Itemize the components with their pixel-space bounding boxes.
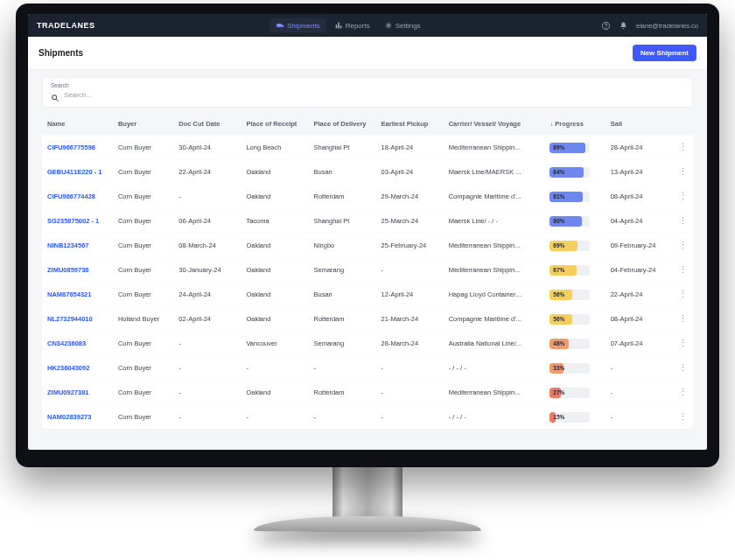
cell-carrier: Mediterranean Shippin... [444,234,545,258]
row-actions-menu[interactable]: ⋮ [673,258,693,283]
new-shipment-button[interactable]: New Shipment [633,45,696,61]
shipment-link[interactable]: ZIMU0859736 [47,266,89,274]
nav-shipments[interactable]: Shipments [270,18,326,32]
cell-buyer: Holland Buyer [113,307,173,332]
progress-bar: 89% [550,143,590,153]
table-row: CIFU966775598Corn Buyer30-April-24Long B… [42,136,693,160]
row-actions-menu[interactable]: ⋮ [673,136,693,160]
nav-settings[interactable]: Settings [378,18,427,32]
shipment-link[interactable]: NL2732944010 [47,315,93,323]
row-actions-menu[interactable]: ⋮ [673,381,693,405]
nav-reports[interactable]: Reports [328,18,376,32]
cell-carrier: Australia National Line/... [444,332,545,356]
cell-doc-cut: 30-April-24 [173,136,241,160]
cell-receipt: Oakland [241,185,308,209]
col-carrier[interactable]: Carrier/ Vessel/ Voyage [444,113,545,136]
reports-icon [334,21,343,30]
progress-value: 67% [553,265,564,276]
cell-receipt: Tacoma [241,209,308,234]
row-actions-menu[interactable]: ⋮ [673,405,693,430]
col-name[interactable]: Name [42,113,113,136]
shipment-link[interactable]: NAM02839273 [47,413,91,421]
row-actions-menu[interactable]: ⋮ [673,234,693,258]
table-header-row: Name Buyer Doc Cut Date Place of Receipt… [42,113,693,136]
svg-point-6 [606,27,606,28]
cell-progress: 15% [544,405,605,430]
cell-delivery: Ningbo [309,234,376,258]
row-actions-menu[interactable]: ⋮ [673,332,693,356]
cell-name: ZIMU0927381 [42,381,113,405]
cell-name: CIFU966775598 [42,136,113,160]
cell-delivery: Rotterdam [309,185,376,209]
svg-line-8 [56,99,59,102]
nav-center: Shipments Reports Settings [270,18,427,32]
table-row: ZIMU0859736Corn Buyer30-January-24Oaklan… [42,258,693,283]
monitor-stand-neck [332,464,402,518]
shipment-link[interactable]: ZIMU0927381 [47,388,89,396]
row-actions-menu[interactable]: ⋮ [673,307,693,332]
col-delivery[interactable]: Place of Delivery [309,113,376,136]
shipment-link[interactable]: GEBU411E220 - 1 [47,168,102,176]
cell-sail: 22-April-24 [606,283,673,307]
search-label: Search [51,82,684,88]
cell-delivery: Semarang [309,332,376,356]
help-icon[interactable] [601,21,610,30]
cell-buyer: Corn Buyer [113,283,173,307]
col-sail[interactable]: Sail [606,113,673,136]
nav-shipments-label: Shipments [287,22,320,30]
row-actions-menu[interactable]: ⋮ [673,160,693,185]
cell-pickup: - [376,381,444,405]
shipment-link[interactable]: CN34236083 [47,340,86,347]
progress-bar: 84% [550,167,590,178]
cell-receipt: Vancouver [241,332,308,356]
cell-name: SG235875002 - 1 [42,209,113,234]
table-row: NL2732944010Holland Buyer02-April-24Oakl… [42,307,693,332]
nav-right: elane@tradelanes.co [601,21,698,30]
cell-buyer: Corn Buyer [113,234,173,258]
cell-sail: 08-April-24 [606,185,673,209]
cell-pickup: - [376,356,444,381]
cell-progress: 89% [544,136,605,160]
cell-carrier: Mediterranean Shippin... [444,136,545,160]
shipment-link[interactable]: CIFU966775598 [47,144,95,151]
cell-delivery: Busan [309,160,376,185]
user-email[interactable]: elane@tradelanes.co [636,22,698,30]
nav-reports-label: Reports [346,22,370,30]
monitor-stand-base [254,516,481,532]
col-pickup[interactable]: Earliest Pickup [376,113,444,136]
cell-delivery: - [309,405,376,430]
row-actions-menu[interactable]: ⋮ [673,185,693,209]
search-input[interactable] [64,91,684,99]
progress-bar: 48% [550,339,590,349]
cell-pickup: 25-February-24 [376,234,444,258]
col-receipt[interactable]: Place of Receipt [241,113,308,136]
shipment-link[interactable]: SG235875002 - 1 [47,217,99,225]
cell-doc-cut: 30-January-24 [173,258,241,283]
cell-sail: 28-April-24 [606,136,673,160]
cell-pickup: 28-March-24 [376,332,444,356]
row-actions-menu[interactable]: ⋮ [673,283,693,307]
cell-doc-cut: 22-April-24 [173,160,241,185]
table-row: ZIMU0927381Corn Buyer-OaklandRotterdam-M… [42,381,693,405]
cell-progress: 27% [544,381,605,405]
progress-bar: 67% [550,265,590,276]
table-row: CN34236083Corn Buyer-VancouverSemarang28… [42,332,693,356]
shipment-link[interactable]: CIFU966774428 [47,192,95,200]
cell-sail: - [606,405,673,430]
shipment-link[interactable]: NINB1234567 [47,242,89,249]
row-actions-menu[interactable]: ⋮ [673,209,693,234]
col-doc-cut[interactable]: Doc Cut Date [173,113,241,136]
shipment-link[interactable]: NAM87654321 [47,290,91,298]
cell-doc-cut: - [173,356,241,381]
shipment-link[interactable]: HK236043092 [47,364,89,372]
col-progress[interactable]: ↓Progress [544,113,605,136]
brand-logo: TRADELANES [37,21,95,30]
cell-name: NAM02839273 [42,405,113,430]
svg-rect-1 [335,24,337,28]
row-actions-menu[interactable]: ⋮ [673,356,693,381]
progress-bar: 56% [550,290,590,300]
cell-carrier: Maersk Line/MAERSK ... [444,160,545,185]
col-buyer[interactable]: Buyer [113,113,173,136]
bell-icon[interactable] [619,21,627,30]
cell-pickup: 21-March-24 [376,307,444,332]
